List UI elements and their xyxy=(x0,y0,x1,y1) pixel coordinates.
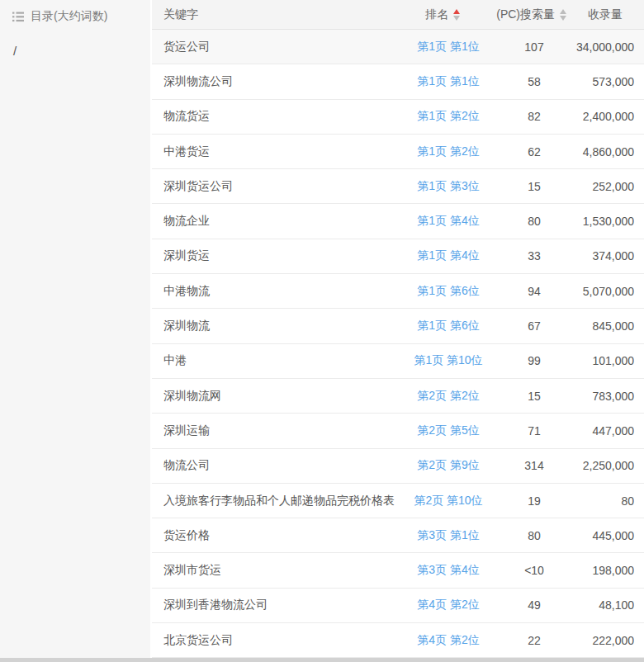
indexed-count-cell: 845,000 xyxy=(566,319,644,333)
indexed-count-cell: 4,860,000 xyxy=(566,145,644,158)
rank-link[interactable]: 第2页 第5位 xyxy=(417,423,479,437)
search-volume-cell: 94 xyxy=(502,285,566,298)
rank-link[interactable]: 第2页 第10位 xyxy=(414,494,482,507)
rank-cell: 第1页 第2位 xyxy=(395,144,502,159)
rank-link[interactable]: 第1页 第1位 xyxy=(417,74,479,87)
rank-cell: 第1页 第6位 xyxy=(395,284,502,299)
rank-cell: 第1页 第4位 xyxy=(395,248,502,263)
search-volume-cell: 58 xyxy=(502,75,566,88)
indexed-count-cell: 80 xyxy=(566,494,644,508)
keyword-cell: 深圳货运公司 xyxy=(152,179,395,194)
rank-link[interactable]: 第3页 第1位 xyxy=(417,528,479,541)
table-row: 中港物流 第1页 第6位 94 5,070,000 xyxy=(152,274,644,309)
list-icon xyxy=(12,12,24,22)
rank-cell: 第1页 第4位 xyxy=(395,214,502,229)
horizontal-scrollbar[interactable] xyxy=(0,658,644,662)
rank-link[interactable]: 第1页 第2位 xyxy=(417,109,479,122)
indexed-count-cell: 1,530,000 xyxy=(566,215,644,228)
indexed-count-cell: 445,000 xyxy=(566,529,644,542)
indexed-count-cell: 198,000 xyxy=(566,564,644,577)
column-header-volume-sortable[interactable]: (PC)搜索量 xyxy=(496,7,566,22)
keyword-cell: 深圳市货运 xyxy=(152,563,395,578)
keyword-cell: 深圳运输 xyxy=(152,423,395,438)
table-row: 深圳物流 第1页 第6位 67 845,000 xyxy=(152,309,644,343)
rank-cell: 第3页 第4位 xyxy=(395,563,502,578)
table-header-row: 关键字 排名 (PC)搜索量 收录量 xyxy=(152,0,644,30)
keyword-cell: 中港 xyxy=(152,353,395,368)
table-row: 深圳市货运 第3页 第4位 <10 198,000 xyxy=(152,553,644,588)
search-volume-cell: 15 xyxy=(502,390,566,403)
rank-cell: 第1页 第1位 xyxy=(395,40,502,54)
indexed-count-cell: 447,000 xyxy=(566,424,644,437)
table-row: 深圳物流网 第2页 第2位 15 783,000 xyxy=(152,379,644,414)
rank-link[interactable]: 第1页 第4位 xyxy=(417,248,479,262)
keyword-cell: 深圳物流网 xyxy=(152,389,395,404)
indexed-count-cell: 573,000 xyxy=(566,75,644,88)
rank-link[interactable]: 第2页 第9位 xyxy=(417,458,479,471)
table-row: 货运公司 第1页 第1位 107 34,000,000 xyxy=(152,30,644,64)
keyword-cell: 入境旅客行李物品和个人邮递物品完税价格表 xyxy=(152,494,395,508)
keyword-cell: 货运公司 xyxy=(152,40,395,54)
table-row: 北京货运公司 第4页 第2位 22 222,000 xyxy=(152,623,644,658)
table-row: 中港 第1页 第10位 99 101,000 xyxy=(152,344,644,379)
search-volume-cell: 22 xyxy=(502,634,566,647)
table-row: 中港货运 第1页 第2位 62 4,860,000 xyxy=(152,135,644,169)
search-volume-cell: 15 xyxy=(502,180,566,193)
search-volume-cell: 80 xyxy=(502,529,566,542)
keyword-cell: 货运价格 xyxy=(152,528,395,543)
rank-cell: 第1页 第10位 xyxy=(395,353,502,368)
rank-link[interactable]: 第1页 第4位 xyxy=(417,214,479,227)
rank-link[interactable]: 第3页 第4位 xyxy=(417,563,479,576)
rank-link[interactable]: 第1页 第6位 xyxy=(417,319,479,332)
table-row: 物流货运 第1页 第2位 82 2,400,000 xyxy=(152,100,644,135)
keyword-cell: 中港物流 xyxy=(152,284,395,299)
rank-link[interactable]: 第4页 第2位 xyxy=(417,598,479,611)
indexed-count-cell: 2,400,000 xyxy=(566,110,644,123)
indexed-count-cell: 783,000 xyxy=(566,390,644,403)
search-volume-cell: 33 xyxy=(502,249,566,262)
rank-cell: 第3页 第1位 xyxy=(395,528,502,543)
sidebar-item-root-directory[interactable]: / xyxy=(0,24,150,58)
sidebar-header: 目录(大约词数) xyxy=(0,0,150,24)
rank-link[interactable]: 第1页 第10位 xyxy=(414,353,482,366)
keyword-cell: 物流企业 xyxy=(152,214,395,229)
indexed-count-cell: 48,100 xyxy=(566,598,644,612)
table-row: 深圳到香港物流公司 第4页 第2位 49 48,100 xyxy=(152,589,644,623)
rank-link[interactable]: 第2页 第2位 xyxy=(417,389,479,402)
rank-cell: 第4页 第2位 xyxy=(395,598,502,612)
table-row: 深圳运输 第2页 第5位 71 447,000 xyxy=(152,414,644,448)
keyword-cell: 北京货运公司 xyxy=(152,633,395,648)
indexed-count-cell: 34,000,000 xyxy=(566,40,644,54)
table-row: 物流企业 第1页 第4位 80 1,530,000 xyxy=(152,204,644,239)
table-row: 深圳货运公司 第1页 第3位 15 252,000 xyxy=(152,169,644,204)
column-header-rank-sortable[interactable]: 排名 xyxy=(389,7,496,22)
search-volume-cell: <10 xyxy=(502,564,566,577)
rank-link[interactable]: 第4页 第2位 xyxy=(417,633,479,646)
rank-cell: 第1页 第2位 xyxy=(395,109,502,124)
table-row: 货运价格 第3页 第1位 80 445,000 xyxy=(152,518,644,553)
sidebar-title: 目录(大约词数) xyxy=(31,9,107,24)
keyword-cell: 物流公司 xyxy=(152,458,395,473)
keyword-cell: 深圳到香港物流公司 xyxy=(152,598,395,612)
rank-link[interactable]: 第1页 第6位 xyxy=(417,284,479,297)
keyword-cell: 深圳物流公司 xyxy=(152,74,395,89)
search-volume-cell: 80 xyxy=(502,215,566,228)
column-header-keyword: 关键字 xyxy=(152,7,389,22)
search-volume-cell: 62 xyxy=(502,145,566,158)
search-volume-cell: 67 xyxy=(502,319,566,333)
rank-link[interactable]: 第1页 第1位 xyxy=(417,40,479,53)
search-volume-cell: 314 xyxy=(502,459,566,472)
indexed-count-cell: 252,000 xyxy=(566,180,644,193)
indexed-count-cell: 5,070,000 xyxy=(566,285,644,298)
search-volume-cell: 71 xyxy=(502,424,566,437)
rank-cell: 第2页 第9位 xyxy=(395,458,502,473)
horizontal-scrollbar-thumb[interactable] xyxy=(0,658,644,662)
keyword-cell: 物流货运 xyxy=(152,109,395,124)
rank-link[interactable]: 第1页 第3位 xyxy=(417,179,479,192)
table-body: 货运公司 第1页 第1位 107 34,000,000 深圳物流公司 第1页 第… xyxy=(152,30,644,658)
rank-link[interactable]: 第1页 第2位 xyxy=(417,144,479,158)
rank-cell: 第2页 第5位 xyxy=(395,423,502,438)
rank-cell: 第2页 第2位 xyxy=(395,389,502,404)
indexed-count-cell: 374,000 xyxy=(566,249,644,262)
sort-arrows-icon xyxy=(453,9,460,21)
